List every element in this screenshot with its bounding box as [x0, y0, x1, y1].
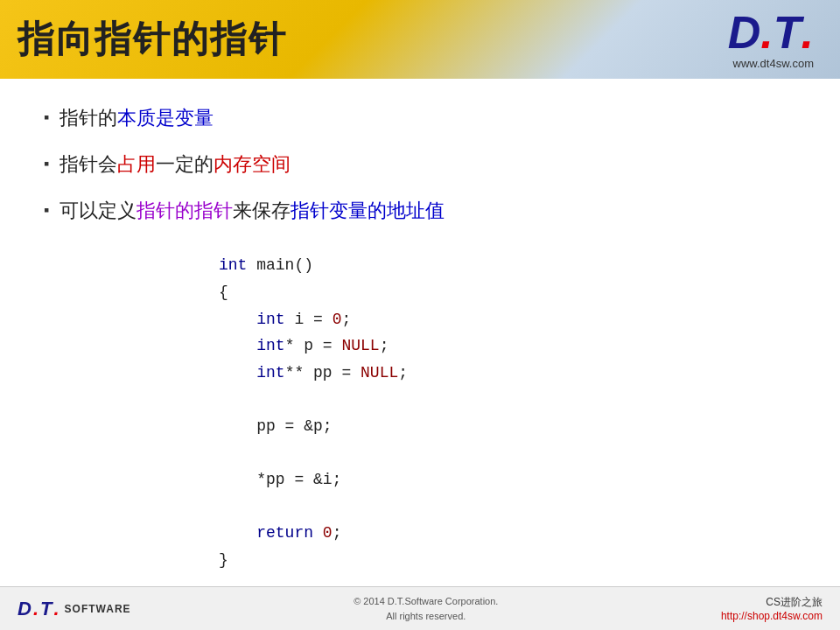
logo-url: www.dt4sw.com — [733, 57, 814, 70]
bullet-marker-3: ▪ — [44, 200, 49, 221]
bullet3-before: 可以定义 — [60, 200, 136, 221]
footer: D . T . SOFTWARE © 2014 D.T.Software Cor… — [0, 586, 840, 630]
header: 指向指针的指针 D . T . www.dt4sw.com — [0, 0, 840, 79]
logo-area: D . T . www.dt4sw.com — [728, 10, 814, 70]
bullet2-highlight2: 内存空间 — [214, 153, 290, 175]
logo-d: D — [728, 10, 761, 55]
logo-dot2: . — [802, 10, 814, 55]
bullet-item-3: ▪ 可以定义指针的指针来保存指针变量的地址值 — [44, 198, 796, 225]
code-line-2: { — [219, 279, 586, 306]
copyright-line2: All rights reserved. — [354, 609, 498, 624]
bullet-item-1: ▪ 指针的本质是变量 — [44, 105, 796, 132]
bullet-text-3: 可以定义指针的指针来保存指针变量的地址值 — [60, 198, 444, 225]
bullet3-highlight2: 指针变量的地址值 — [290, 200, 444, 221]
code-line-11: return 0; — [219, 520, 586, 547]
bullet-text-2: 指针会占用一定的内存空间 — [60, 151, 290, 178]
code-line-10 — [219, 494, 586, 521]
code-line-1: int main() — [219, 252, 586, 279]
code-line-8 — [219, 440, 586, 467]
bullet-item-2: ▪ 指针会占用一定的内存空间 — [44, 151, 796, 178]
bullet-list: ▪ 指针的本质是变量 ▪ 指针会占用一定的内存空间 ▪ 可以定义指针的指针来保存… — [44, 105, 796, 224]
footer-url: http://shop.dt4sw.com — [721, 610, 822, 622]
code-line-4: int* p = NULL; — [219, 332, 586, 360]
logo-dot1: . — [760, 10, 773, 55]
footer-logo-t: T — [40, 598, 52, 620]
page-title: 指向指针的指针 — [18, 15, 287, 64]
bullet1-highlight: 本质是变量 — [117, 107, 214, 129]
copyright-line1: © 2014 D.T.Software Corporation. — [354, 594, 498, 609]
bullet1-before: 指针的 — [60, 107, 117, 129]
footer-page: CS进阶之旅 — [766, 595, 822, 610]
bullet2-highlight1: 占用 — [117, 153, 156, 175]
bullet-marker-2: ▪ — [44, 153, 49, 175]
footer-right: CS进阶之旅 http://shop.dt4sw.com — [721, 595, 822, 622]
footer-logo-d: D — [18, 598, 32, 620]
footer-logo: D . T . SOFTWARE — [18, 598, 131, 620]
code-line-12: } — [219, 547, 586, 574]
logo-t: T — [774, 10, 802, 55]
code-line-3: int i = 0; — [219, 306, 586, 333]
bullet3-highlight1: 指针的指针 — [136, 200, 233, 221]
bullet3-middle: 来保存 — [233, 200, 290, 221]
logo: D . T . — [728, 10, 814, 55]
code-line-7: pp = &p; — [219, 413, 586, 440]
code-line-9: *pp = &i; — [219, 466, 586, 494]
bullet-text-1: 指针的本质是变量 — [60, 105, 214, 132]
bullet-marker-1: ▪ — [44, 107, 49, 129]
bullet2-middle: 一定的 — [156, 153, 214, 175]
code-line-6 — [219, 386, 586, 413]
code-line-5: int** pp = NULL; — [219, 360, 586, 387]
code-block: int main() { int i = 0; int* p = NULL; i… — [219, 243, 586, 582]
bullet2-before: 指针会 — [60, 153, 117, 175]
footer-logo-dot1: . — [33, 598, 38, 620]
footer-logo-dot2: . — [53, 598, 59, 620]
main-content: ▪ 指针的本质是变量 ▪ 指针会占用一定的内存空间 ▪ 可以定义指针的指针来保存… — [0, 79, 840, 586]
footer-copyright: © 2014 D.T.Software Corporation. All rig… — [354, 594, 498, 623]
footer-software: SOFTWARE — [65, 603, 131, 615]
